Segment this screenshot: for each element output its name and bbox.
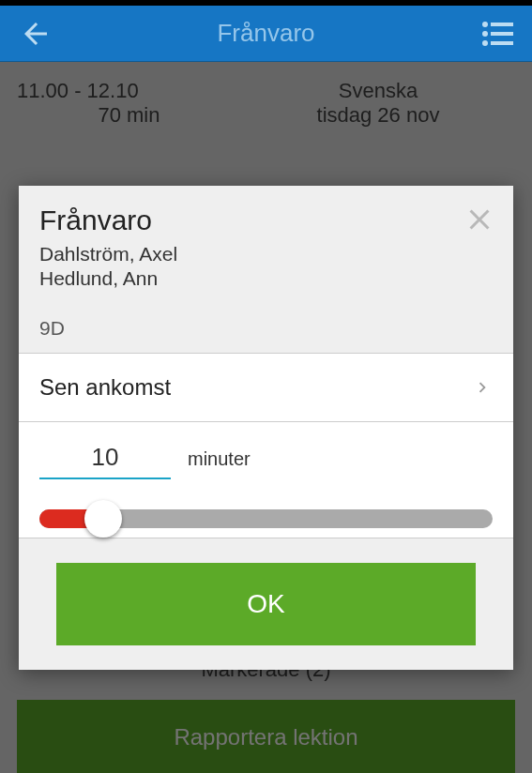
reason-row[interactable]: Sen ankomst xyxy=(19,353,513,421)
student-name: Dahlström, Axel xyxy=(39,242,493,266)
chevron-right-icon xyxy=(472,377,493,398)
minutes-unit-label: minuter xyxy=(188,448,251,470)
menu-list-icon[interactable] xyxy=(476,21,513,47)
class-label: 9D xyxy=(39,317,493,340)
svg-rect-5 xyxy=(491,41,513,45)
svg-point-2 xyxy=(482,31,488,37)
svg-rect-1 xyxy=(491,23,513,26)
svg-point-4 xyxy=(482,40,488,46)
student-name: Hedlund, Ann xyxy=(39,266,493,291)
modal-header: Frånvaro Dahlström, Axel Hedlund, Ann 9D xyxy=(19,186,513,353)
minutes-row: minuter xyxy=(19,421,513,483)
absence-modal: Frånvaro Dahlström, Axel Hedlund, Ann 9D… xyxy=(19,186,513,670)
ok-button[interactable]: OK xyxy=(56,563,476,645)
close-icon[interactable] xyxy=(463,203,496,236)
slider-thumb[interactable] xyxy=(84,500,122,538)
modal-title: Frånvaro xyxy=(39,205,493,236)
svg-rect-3 xyxy=(491,32,513,36)
minutes-slider[interactable] xyxy=(39,509,493,528)
back-arrow-icon[interactable] xyxy=(19,17,56,51)
app-header: Frånvaro xyxy=(0,6,532,62)
minutes-input[interactable] xyxy=(39,439,171,479)
page-body: 11.00 - 12.10 70 min Svenska tisdag 26 n… xyxy=(0,62,532,773)
svg-point-0 xyxy=(482,22,488,27)
minutes-slider-row xyxy=(19,483,513,538)
page-title: Frånvaro xyxy=(56,19,476,48)
reason-label: Sen ankomst xyxy=(39,374,171,401)
